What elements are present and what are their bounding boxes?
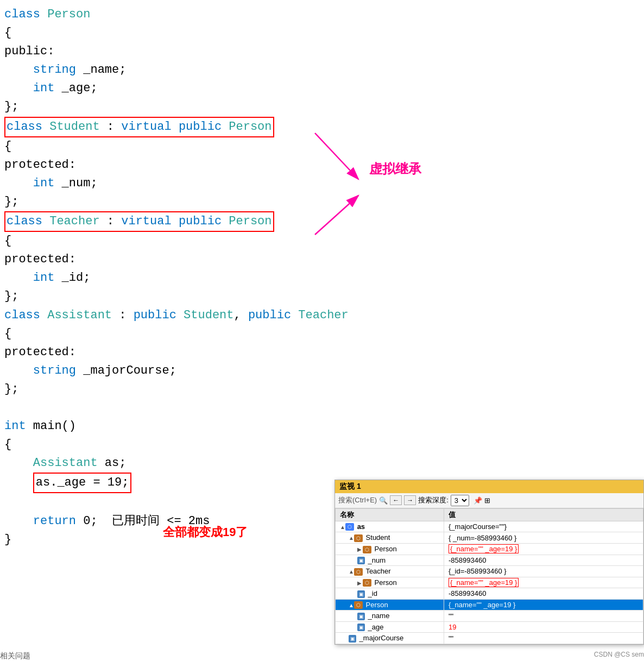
table-row: ▣ _age 19 (336, 621, 643, 633)
code-line-1: class Person (4, 5, 644, 24)
toolbar-btn-back[interactable]: ← (390, 495, 402, 505)
monitor-panel: 监视 1 搜索(Ctrl+E) 🔍 ← → 搜索深度: 31245 📌 ⊞ 名称… (334, 480, 644, 645)
virtual-inherit-label: 虚拟继承 (369, 160, 421, 178)
code-area: class Person { public: string _name; int… (0, 0, 644, 549)
table-row: ▲⬡ as {_majorCourse=""} (336, 521, 643, 532)
search-depth-select[interactable]: 31245 (451, 495, 469, 506)
search-label: 搜索(Ctrl+E) (338, 495, 377, 505)
table-row: ▶⬡ Person {_name="" _age=19 } (336, 577, 643, 588)
code-line-18: { (4, 325, 644, 343)
code-line-3: public: (4, 42, 644, 61)
code-line-6: }; (4, 98, 644, 116)
code-line-16: }; (4, 287, 644, 306)
code-line-7: class Student : virtual public Person (4, 117, 274, 137)
code-line-23: int main() (4, 417, 644, 436)
table-row: ▲⬡ Teacher {_id=-858993460 } (336, 566, 643, 577)
monitor-table: 名称 值 ▲⬡ as {_majorCourse=""} ▲⬡ Student … (335, 508, 643, 644)
search-depth-label: 搜索深度: (418, 495, 449, 505)
code-line-14: protected: (4, 250, 644, 269)
table-row: ▣ _num -858993460 (336, 555, 643, 566)
code-line-4: string _name; (4, 61, 644, 79)
code-line-17: class Assistant : public Student, public… (4, 306, 644, 325)
search-icon: 🔍 (379, 496, 388, 505)
code-line-25: Assistant as; (4, 454, 644, 473)
toolbar-expand-icon: ⊞ (484, 496, 490, 505)
code-line-21: }; (4, 380, 644, 399)
col-value-header: 值 (444, 508, 643, 521)
code-line-15: int _id; (4, 269, 644, 287)
monitor-title: 监视 1 (335, 480, 643, 493)
code-line-12: class Teacher : virtual public Person (4, 211, 274, 232)
table-row: ▶⬡ Person {_name="" _age=19 } (336, 543, 643, 555)
toolbar-pin-icon: 📌 (473, 496, 482, 505)
table-row: ▣ _name "" (336, 610, 643, 622)
all-become-19-label: 全部都变成19了 (163, 524, 248, 540)
bottom-bar: CSDN @CS sem (594, 651, 644, 658)
code-line-9: protected: (4, 156, 644, 174)
related-questions-label: 相关问题 (0, 651, 30, 661)
col-name-header: 名称 (336, 508, 444, 521)
code-line-22 (4, 399, 644, 417)
monitor-toolbar: 搜索(Ctrl+E) 🔍 ← → 搜索深度: 31245 📌 ⊞ (335, 493, 643, 508)
table-row: ▲⬡ Student { _num=-858993460 } (336, 532, 643, 544)
toolbar-btn-fwd[interactable]: → (404, 495, 416, 505)
table-row: ▲⬡ Person {_name="" _age=19 } (336, 599, 643, 610)
code-line-20: string _majorCourse; (4, 362, 644, 380)
code-line-11: }; (4, 193, 644, 211)
code-line-10: int _num; (4, 174, 644, 193)
table-row: ▣ _id -858993460 (336, 588, 643, 600)
code-line-2: { (4, 24, 644, 42)
table-row: ▣ _majorCourse "" (336, 633, 643, 644)
code-line-8: { (4, 137, 644, 156)
code-line-13: { (4, 232, 644, 250)
code-line-5: int _age; (4, 79, 644, 98)
code-line-24: { (4, 436, 644, 454)
csdn-label: CSDN @CS sem (594, 651, 644, 658)
code-line-19: protected: (4, 343, 644, 362)
